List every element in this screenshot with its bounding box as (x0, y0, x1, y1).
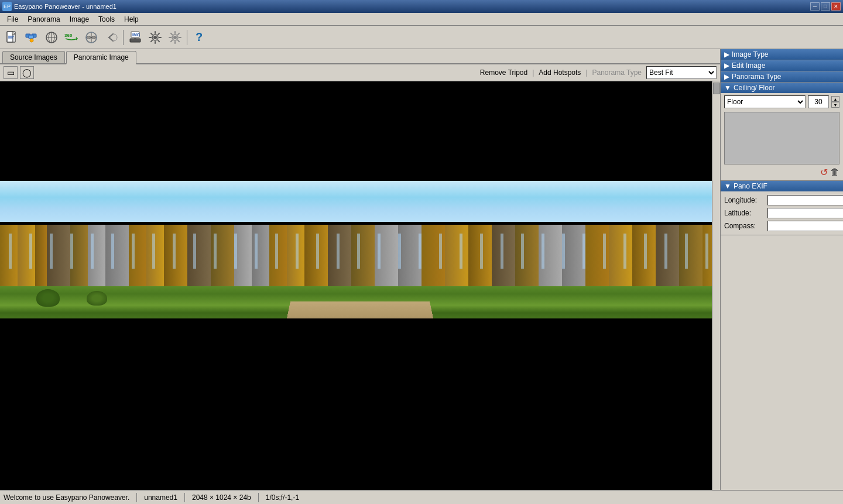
new-button[interactable] (2, 28, 21, 47)
cf-spin-up[interactable]: ▲ (831, 96, 839, 102)
right-panel: ▶ Image Type ▶ Edit Image ▶ Panorama Typ… (720, 49, 843, 490)
latitude-row: Latitude: (724, 207, 839, 220)
status-sep-1 (136, 493, 137, 502)
ground (0, 286, 720, 318)
svg-point-23 (173, 36, 177, 39)
latitude-label: Latitude: (724, 209, 765, 217)
remove-tripod-btn[interactable]: Remove Tripod (478, 68, 530, 77)
panorama-type-section: ▶ Panorama Type (721, 71, 843, 83)
cf-reload-btn[interactable]: ↺ (820, 167, 828, 178)
buildings (0, 222, 720, 286)
svg-point-7 (30, 39, 33, 42)
title-text: Easypano Panoweaver - unnamed1 (14, 3, 116, 10)
image-type-section: ▶ Image Type (721, 49, 843, 60)
add-hotspots-btn[interactable]: Add Hotspots (536, 68, 583, 77)
ceiling-floor-section: ▼ Ceiling/ Floor Floor Ceiling ▲ ▼ (721, 83, 843, 181)
help-button[interactable]: ? (190, 28, 208, 47)
panorama-type-label: Panorama Type (732, 73, 782, 81)
pano-exif-section: ▼ Pano EXIF Longitude: 🔗 Latitude: Compa… (721, 181, 843, 235)
compass-input[interactable] (767, 221, 843, 231)
canvas-area (0, 81, 720, 490)
ceiling-floor-label: Ceiling/ Floor (734, 84, 775, 92)
titlebar: EP Easypano Panoweaver - unnamed1 ─ □ ✕ (0, 0, 843, 13)
panorama-wrapper (0, 81, 720, 490)
svg-rect-6 (29, 35, 33, 39)
menu-file[interactable]: File (2, 14, 23, 25)
pano-exif-body: Longitude: 🔗 Latitude: Compass: 🔗 (721, 191, 843, 235)
status-filename: unnamed1 (144, 493, 177, 502)
status-params: 1/0s;f/-1,-1 (266, 493, 299, 502)
preview-button[interactable] (42, 28, 61, 47)
svg-point-21 (153, 36, 157, 39)
tab-bar: Source Images Panoramic Image (0, 49, 720, 64)
cf-value-input[interactable] (808, 95, 829, 108)
view-sphere-button[interactable]: ◯ (20, 66, 34, 79)
cf-action-row: ↺ 🗑 (724, 167, 839, 178)
edit-image-header[interactable]: ▶ Edit Image (721, 60, 843, 71)
compass-label: Compass: (724, 222, 765, 230)
export-button[interactable]: IMG (126, 28, 145, 47)
menu-image[interactable]: Image (65, 14, 94, 25)
web-button[interactable] (82, 28, 101, 47)
panorama-image (0, 181, 720, 318)
ceiling-floor-body: Floor Ceiling ▲ ▼ ↺ 🗑 (721, 93, 843, 180)
view-toolbar: ▭ ◯ Remove Tripod | Add Hotspots | Panor… (0, 64, 720, 81)
status-sep-3 (258, 493, 259, 502)
left-panel: Source Images Panoramic Image ▭ ◯ Remove… (0, 49, 720, 490)
image-type-label: Image Type (732, 50, 768, 59)
svg-point-17 (110, 34, 117, 41)
ceiling-floor-collapse-icon: ▼ (724, 84, 731, 92)
edit-image-label: Edit Image (732, 61, 765, 70)
toolbar-sep-1 (123, 30, 124, 45)
sky (0, 181, 720, 222)
image-type-collapse-icon: ▶ (724, 50, 729, 59)
svg-text:IMG: IMG (132, 33, 140, 37)
status-dimensions: 2048 × 1024 × 24b (192, 493, 251, 502)
stitch-button[interactable] (22, 28, 41, 47)
pano-exif-header[interactable]: ▼ Pano EXIF (721, 181, 843, 191)
main-area: Source Images Panoramic Image ▭ ◯ Remove… (0, 49, 843, 490)
floor-ceiling-dropdown[interactable]: Floor Ceiling (724, 95, 806, 108)
restore-button[interactable]: □ (821, 2, 830, 11)
longitude-input[interactable] (767, 195, 843, 205)
cf-controls: Floor Ceiling ▲ ▼ (724, 95, 839, 108)
status-welcome: Welcome to use Easypano Panoweaver. (4, 493, 129, 502)
scroll-thumb[interactable] (713, 83, 720, 94)
menu-tools[interactable]: Tools (94, 14, 119, 25)
window-controls: ─ □ ✕ (810, 2, 841, 11)
tab-source-images[interactable]: Source Images (2, 51, 65, 63)
status-sep-2 (184, 493, 185, 502)
cf-spinner: ▲ ▼ (831, 96, 839, 108)
edit-image-collapse-icon: ▶ (724, 61, 729, 70)
ceiling-floor-header[interactable]: ▼ Ceiling/ Floor (721, 83, 843, 93)
cf-spin-down[interactable]: ▼ (831, 102, 839, 108)
image-type-header[interactable]: ▶ Image Type (721, 49, 843, 60)
compass-row: Compass: 🔗 (724, 220, 839, 232)
best-fit-dropdown[interactable]: Best Fit Fit Width Fit Height 100% 50% 2… (646, 66, 717, 79)
panorama-type-header[interactable]: ▶ Panorama Type (721, 71, 843, 82)
longitude-row: Longitude: 🔗 (724, 194, 839, 207)
menu-panorama[interactable]: Panorama (23, 14, 64, 25)
menu-help[interactable]: Help (119, 14, 143, 25)
360-button[interactable]: 360 (62, 28, 81, 47)
cf-delete-btn[interactable]: 🗑 (830, 167, 839, 178)
toolbar-sep-2 (187, 30, 187, 45)
pano-exif-label: Pano EXIF (734, 182, 767, 190)
view-rect-button[interactable]: ▭ (4, 66, 18, 79)
latitude-input[interactable] (767, 208, 843, 218)
tab-panoramic-image[interactable]: Panoramic Image (66, 51, 136, 64)
svg-rect-2 (8, 36, 14, 37)
back-button[interactable] (102, 28, 121, 47)
svg-rect-3 (8, 37, 13, 39)
longitude-label: Longitude: (724, 196, 765, 204)
close-button[interactable]: ✕ (831, 2, 841, 11)
toolbar: 360 IMG (0, 26, 843, 49)
advanced-settings-button[interactable] (166, 28, 184, 47)
minimize-button[interactable]: ─ (810, 2, 820, 11)
svg-text:360: 360 (64, 33, 73, 38)
panorama-type-collapse-icon: ▶ (724, 73, 729, 81)
edit-image-section: ▶ Edit Image (721, 60, 843, 71)
settings-button[interactable] (146, 28, 165, 47)
vertical-scrollbar[interactable] (712, 81, 720, 490)
cf-preview (724, 112, 839, 164)
